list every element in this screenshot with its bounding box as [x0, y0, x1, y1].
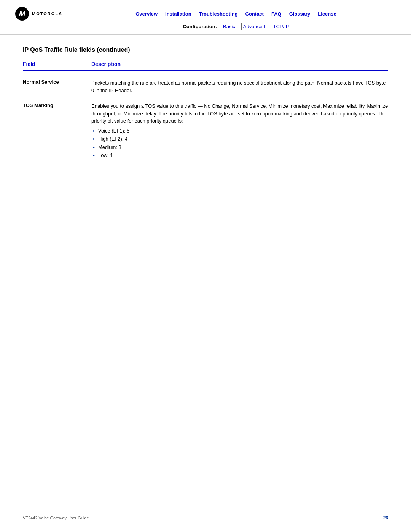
list-item: Low: 1 [91, 152, 388, 159]
col-header-description: Description [91, 61, 388, 70]
col-header-field: Field [23, 61, 91, 70]
field-name-cell: Normal Service [23, 75, 91, 96]
table-row: Normal ServicePackets matching the rule … [23, 75, 388, 96]
config-advanced[interactable]: Advanced [241, 23, 267, 30]
field-desc-text: Packets matching the rule are treated as… [91, 79, 388, 94]
nav-troubleshooting[interactable]: Troubleshooting [199, 11, 238, 17]
list-item: High (EF2): 4 [91, 135, 388, 143]
motorola-logo-icon: M [15, 7, 29, 21]
nav-contact[interactable]: Contact [245, 11, 264, 17]
list-item: Medium: 3 [91, 144, 388, 151]
nav-license[interactable]: License [318, 11, 336, 17]
field-desc-cell: Enables you to assign a TOS value to thi… [91, 99, 388, 160]
footer-page-number: 26 [383, 515, 388, 521]
config-basic[interactable]: Basic [223, 24, 235, 29]
nav-glossary[interactable]: Glossary [289, 11, 311, 17]
config-nav: Configuration: Basic Advanced TCP/IP [15, 23, 396, 30]
field-desc-cell: Packets matching the rule are treated as… [91, 75, 388, 96]
page-header: M MOTOROLA Overview Installation Trouble… [0, 0, 411, 35]
nav-overview[interactable]: Overview [135, 11, 158, 17]
nav-installation[interactable]: Installation [165, 11, 191, 17]
list-item: Voice (EF1): 5 [91, 127, 388, 135]
footer-doc-title: VT2442 Voice Gateway User Guide [23, 516, 89, 520]
motorola-brand-name: MOTOROLA [32, 11, 62, 16]
field-name-cell: TOS Marking [23, 99, 91, 160]
nav-faq[interactable]: FAQ [271, 11, 282, 17]
bullet-list: Voice (EF1): 5High (EF2): 4Medium: 3Low:… [91, 127, 388, 159]
table-divider [23, 70, 388, 71]
main-content: IP QoS Traffic Rule fields (continued) F… [0, 35, 411, 183]
page-footer: VT2442 Voice Gateway User Guide 26 [23, 512, 388, 521]
field-desc-text: Enables you to assign a TOS value to thi… [91, 102, 388, 125]
field-table: Field Description Normal ServicePackets … [23, 61, 388, 160]
main-navigation: Overview Installation Troubleshooting Co… [76, 11, 396, 17]
page-title: IP QoS Traffic Rule fields (continued) [23, 46, 388, 53]
config-label: Configuration: [183, 24, 217, 29]
table-row: TOS MarkingEnables you to assign a TOS v… [23, 99, 388, 160]
logo-area: M MOTOROLA [15, 7, 76, 21]
config-tcpip[interactable]: TCP/IP [273, 24, 289, 29]
